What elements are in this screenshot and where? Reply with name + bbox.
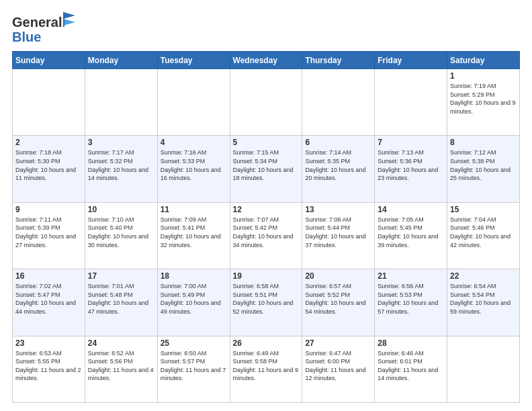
calendar-cell: 27Sunrise: 6:47 AM Sunset: 6:00 PM Dayli… — [302, 336, 375, 402]
day-number: 6 — [305, 138, 371, 147]
calendar-cell — [230, 69, 302, 136]
day-number: 18 — [161, 271, 227, 281]
day-info: Sunrise: 7:15 AM Sunset: 5:34 PM Dayligh… — [233, 148, 300, 182]
calendar-cell: 21Sunrise: 6:56 AM Sunset: 5:53 PM Dayli… — [375, 269, 447, 336]
day-info: Sunrise: 7:11 AM Sunset: 5:39 PM Dayligh… — [15, 216, 82, 249]
day-number: 21 — [378, 271, 444, 281]
day-info: Sunrise: 7:01 AM Sunset: 5:48 PM Dayligh… — [88, 282, 154, 316]
calendar-cell: 24Sunrise: 6:52 AM Sunset: 5:56 PM Dayli… — [85, 336, 157, 402]
day-info: Sunrise: 7:07 AM Sunset: 5:42 PM Dayligh… — [233, 216, 300, 249]
day-number: 7 — [378, 138, 444, 147]
day-info: Sunrise: 7:05 AM Sunset: 5:45 PM Dayligh… — [378, 216, 444, 249]
day-number: 9 — [15, 205, 82, 214]
page: General Blue SundayMondayTuesdayWednesda… — [0, 0, 532, 411]
day-info: Sunrise: 7:19 AM Sunset: 5:29 PM Dayligh… — [450, 82, 517, 116]
day-number: 4 — [161, 138, 227, 147]
calendar-table: SundayMondayTuesdayWednesdayThursdayFrid… — [12, 51, 520, 403]
day-number: 23 — [15, 338, 82, 348]
calendar-cell — [13, 69, 85, 136]
calendar-cell: 23Sunrise: 6:53 AM Sunset: 5:55 PM Dayli… — [13, 336, 85, 402]
day-info: Sunrise: 6:47 AM Sunset: 6:00 PM Dayligh… — [305, 349, 371, 383]
day-number: 11 — [161, 205, 227, 214]
header: General Blue — [12, 12, 520, 44]
calendar-cell: 8Sunrise: 7:12 AM Sunset: 5:38 PM Daylig… — [447, 136, 520, 202]
calendar-cell: 2Sunrise: 7:18 AM Sunset: 5:30 PM Daylig… — [13, 136, 85, 202]
calendar-cell: 6Sunrise: 7:14 AM Sunset: 5:35 PM Daylig… — [302, 136, 375, 202]
calendar-cell — [375, 69, 447, 136]
calendar-cell: 20Sunrise: 6:57 AM Sunset: 5:52 PM Dayli… — [302, 269, 375, 336]
day-info: Sunrise: 6:50 AM Sunset: 5:57 PM Dayligh… — [161, 349, 227, 383]
calendar-cell: 18Sunrise: 7:00 AM Sunset: 5:49 PM Dayli… — [157, 269, 230, 336]
weekday-header-monday: Monday — [85, 52, 157, 69]
calendar-cell: 5Sunrise: 7:15 AM Sunset: 5:34 PM Daylig… — [230, 136, 302, 202]
logo-flag-icon — [63, 12, 75, 27]
day-info: Sunrise: 7:06 AM Sunset: 5:44 PM Dayligh… — [305, 216, 371, 249]
day-info: Sunrise: 7:09 AM Sunset: 5:41 PM Dayligh… — [161, 216, 227, 249]
calendar-cell: 28Sunrise: 6:46 AM Sunset: 6:01 PM Dayli… — [375, 336, 447, 402]
weekday-header-wednesday: Wednesday — [230, 52, 302, 69]
calendar-cell: 4Sunrise: 7:16 AM Sunset: 5:33 PM Daylig… — [157, 136, 230, 202]
day-number: 20 — [305, 271, 371, 281]
day-info: Sunrise: 7:02 AM Sunset: 5:47 PM Dayligh… — [15, 282, 82, 316]
logo: General Blue — [12, 12, 75, 44]
calendar-cell: 22Sunrise: 6:54 AM Sunset: 5:54 PM Dayli… — [447, 269, 520, 336]
calendar-cell: 14Sunrise: 7:05 AM Sunset: 5:45 PM Dayli… — [375, 202, 447, 269]
day-number: 26 — [233, 338, 300, 348]
day-number: 28 — [378, 338, 444, 348]
day-info: Sunrise: 6:49 AM Sunset: 5:58 PM Dayligh… — [233, 349, 300, 383]
day-info: Sunrise: 7:16 AM Sunset: 5:33 PM Dayligh… — [161, 148, 227, 182]
day-info: Sunrise: 7:12 AM Sunset: 5:38 PM Dayligh… — [450, 148, 517, 182]
calendar-cell: 15Sunrise: 7:04 AM Sunset: 5:46 PM Dayli… — [447, 202, 520, 269]
day-number: 10 — [88, 205, 154, 214]
calendar-cell — [447, 336, 520, 402]
calendar-cell: 25Sunrise: 6:50 AM Sunset: 5:57 PM Dayli… — [157, 336, 230, 402]
day-info: Sunrise: 7:17 AM Sunset: 5:32 PM Dayligh… — [88, 148, 154, 182]
day-number: 17 — [88, 271, 154, 281]
day-info: Sunrise: 6:52 AM Sunset: 5:56 PM Dayligh… — [88, 349, 154, 383]
day-number: 27 — [305, 338, 371, 348]
calendar-cell — [85, 69, 157, 136]
day-info: Sunrise: 7:00 AM Sunset: 5:49 PM Dayligh… — [161, 282, 227, 316]
calendar-cell: 7Sunrise: 7:13 AM Sunset: 5:36 PM Daylig… — [375, 136, 447, 202]
day-info: Sunrise: 7:13 AM Sunset: 5:36 PM Dayligh… — [378, 148, 444, 182]
logo-general-text: General — [12, 15, 62, 30]
day-number: 2 — [15, 138, 82, 147]
day-info: Sunrise: 6:46 AM Sunset: 6:01 PM Dayligh… — [378, 349, 444, 383]
calendar-cell: 17Sunrise: 7:01 AM Sunset: 5:48 PM Dayli… — [85, 269, 157, 336]
calendar-cell: 1Sunrise: 7:19 AM Sunset: 5:29 PM Daylig… — [447, 69, 520, 136]
day-number: 1 — [450, 71, 517, 81]
calendar-cell: 26Sunrise: 6:49 AM Sunset: 5:58 PM Dayli… — [230, 336, 302, 402]
weekday-header-thursday: Thursday — [302, 52, 375, 69]
weekday-header-sunday: Sunday — [13, 52, 85, 69]
calendar-cell: 16Sunrise: 7:02 AM Sunset: 5:47 PM Dayli… — [13, 269, 85, 336]
calendar-cell: 3Sunrise: 7:17 AM Sunset: 5:32 PM Daylig… — [85, 136, 157, 202]
day-number: 3 — [88, 138, 154, 147]
calendar-cell: 12Sunrise: 7:07 AM Sunset: 5:42 PM Dayli… — [230, 202, 302, 269]
calendar-week-row: 9Sunrise: 7:11 AM Sunset: 5:39 PM Daylig… — [13, 202, 520, 269]
day-number: 12 — [233, 205, 300, 214]
weekday-header-saturday: Saturday — [447, 52, 520, 69]
day-number: 24 — [88, 338, 154, 348]
day-number: 25 — [161, 338, 227, 348]
calendar-cell — [302, 69, 375, 136]
weekday-header-row: SundayMondayTuesdayWednesdayThursdayFrid… — [13, 52, 520, 69]
day-info: Sunrise: 6:58 AM Sunset: 5:51 PM Dayligh… — [233, 282, 300, 316]
weekday-header-friday: Friday — [375, 52, 447, 69]
day-number: 5 — [233, 138, 300, 147]
calendar-cell: 10Sunrise: 7:10 AM Sunset: 5:40 PM Dayli… — [85, 202, 157, 269]
calendar-cell: 13Sunrise: 7:06 AM Sunset: 5:44 PM Dayli… — [302, 202, 375, 269]
day-number: 8 — [450, 138, 517, 147]
day-number: 16 — [15, 271, 82, 281]
day-info: Sunrise: 7:04 AM Sunset: 5:46 PM Dayligh… — [450, 216, 517, 249]
calendar-week-row: 1Sunrise: 7:19 AM Sunset: 5:29 PM Daylig… — [13, 69, 520, 136]
day-info: Sunrise: 6:57 AM Sunset: 5:52 PM Dayligh… — [305, 282, 371, 316]
day-info: Sunrise: 7:14 AM Sunset: 5:35 PM Dayligh… — [305, 148, 371, 182]
day-number: 14 — [378, 205, 444, 214]
logo-blue-text: Blue — [12, 30, 41, 44]
day-info: Sunrise: 7:18 AM Sunset: 5:30 PM Dayligh… — [15, 148, 82, 182]
calendar-week-row: 2Sunrise: 7:18 AM Sunset: 5:30 PM Daylig… — [13, 136, 520, 202]
calendar-cell: 9Sunrise: 7:11 AM Sunset: 5:39 PM Daylig… — [13, 202, 85, 269]
calendar-cell: 11Sunrise: 7:09 AM Sunset: 5:41 PM Dayli… — [157, 202, 230, 269]
day-info: Sunrise: 6:54 AM Sunset: 5:54 PM Dayligh… — [450, 282, 517, 316]
svg-marker-1 — [63, 19, 75, 26]
